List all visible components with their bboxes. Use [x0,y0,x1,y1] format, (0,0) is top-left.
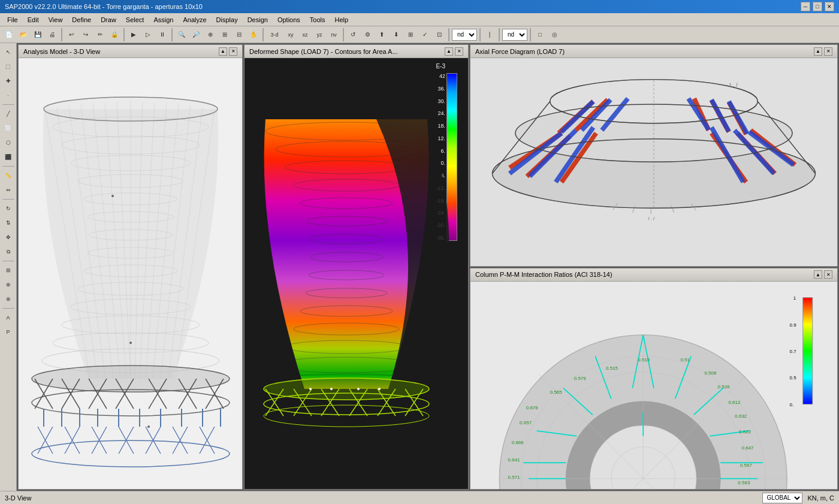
vp2-close[interactable]: ✕ [455,47,463,56]
tb-save[interactable]: 💾 [31,28,44,41]
tb-sep8 [499,28,500,41]
svg-point-32 [32,366,230,392]
tb-coord-dropdown[interactable]: nd [502,29,527,41]
lt-snap-edge[interactable]: ⊗ [2,292,15,306]
tb-run2[interactable]: ▷ [141,28,155,41]
svg-point-108 [357,388,360,390]
menu-view[interactable]: View [44,15,68,25]
lt-copy[interactable]: ⧉ [2,245,15,258]
tb-zoom-out[interactable]: 🔎 [189,28,203,41]
tb-sep7 [479,28,481,41]
tb-pause[interactable]: ⏸ [156,28,169,41]
tb-redo[interactable]: ↪ [79,28,92,41]
tb-zoom-sel[interactable]: ⊞ [218,28,231,41]
menu-display[interactable]: Display [212,15,243,25]
vp1-close[interactable]: ✕ [229,47,237,56]
lt-rotate[interactable]: ↻ [2,202,15,215]
lt-move[interactable]: ✥ [2,231,15,244]
vp4-close[interactable]: ✕ [824,270,832,279]
tb-line[interactable]: | [483,28,496,41]
tb-nv[interactable]: nv [327,28,340,41]
menu-tools[interactable]: Tools [305,15,330,25]
tb-yz[interactable]: yz [313,28,326,41]
tb-undo[interactable]: ↩ [65,28,78,41]
lt-select-pointer[interactable]: ↖ [2,46,15,59]
lt-draw-area[interactable]: ⬜ [2,122,15,135]
vp3-titlebar: Axial Force Diagram (LOAD 7) ▲ ✕ [470,45,837,58]
menu-draw[interactable]: Draw [96,15,121,25]
menu-design[interactable]: Design [243,15,273,25]
lt-dimension[interactable]: ⇔ [2,183,15,197]
lt-extrude[interactable]: ⬛ [2,150,15,164]
tb-check[interactable]: ✓ [418,28,431,41]
tb-new[interactable]: 📄 [2,28,16,41]
menu-help[interactable]: Help [330,15,354,25]
vp4-controls: ▲ ✕ [814,270,832,279]
tb-zoom-prev[interactable]: ⊟ [233,28,246,41]
vp4-maximize[interactable]: ▲ [814,270,822,279]
tb-mode-dropdown[interactable]: nd [452,29,477,41]
close-button[interactable]: ✕ [825,2,834,11]
tb-sep1 [61,28,62,41]
svg-text:/ . /: / . / [648,216,655,221]
menu-edit[interactable]: Edit [23,15,44,25]
titlebar: SAP2000 v22.2.0 Ultimate 64-bit - Torre … [0,0,839,13]
lt-intersect[interactable]: ✚ [2,74,15,87]
tb-pencil[interactable]: ✏ [93,28,107,41]
tb-open[interactable]: 📂 [17,28,30,41]
menu-select[interactable]: Select [121,15,149,25]
tb-xz[interactable]: xz [298,28,312,41]
tb-down[interactable]: ⬇ [390,28,403,41]
tb-xy[interactable]: xy [284,28,297,41]
svg-text:0.622: 0.622 [739,429,752,434]
vp1-maximize[interactable]: ▲ [219,47,227,56]
tb-sep9 [530,28,531,41]
lt-draw-line[interactable]: ╱ [2,107,15,120]
maximize-button[interactable]: □ [813,2,822,11]
menu-options[interactable]: Options [273,15,305,25]
tb-3d[interactable]: 3-d [266,28,283,41]
tb-undo2[interactable]: ↺ [346,28,360,41]
vp1-svg [20,58,242,489]
menu-analyze[interactable]: Analyze [178,15,211,25]
lt-measure[interactable]: 📏 [2,169,15,182]
vp2-maximize[interactable]: ▲ [445,47,453,56]
tb-gear[interactable]: ⚙ [361,28,374,41]
tb-zoom-in[interactable]: 🔍 [175,28,188,41]
lt-snap-node[interactable]: ⊕ [2,278,15,291]
tb-square[interactable]: □ [533,28,547,41]
tb-print[interactable]: 🖨 [46,28,59,41]
vp2-controls: ▲ ✕ [445,47,463,56]
menu-file[interactable]: File [2,15,23,25]
tb-run[interactable]: ▶ [127,28,140,41]
coord-system-dropdown[interactable]: GLOBAL [762,493,802,503]
tb-lock[interactable]: 🔒 [108,28,121,41]
svg-text:0.515: 0.515 [606,365,618,370]
lt-mirror[interactable]: ⇅ [2,216,15,230]
tb-grid[interactable]: ⊞ [404,28,417,41]
menu-assign[interactable]: Assign [149,15,178,25]
menu-define[interactable]: Define [67,15,96,25]
vp3-close[interactable]: ✕ [824,47,832,56]
vp4-content: 0.515 0.515 0.579 0.565 0.678 0.657 0.66… [470,282,837,490]
tb-zoom-all[interactable]: ⊕ [204,28,217,41]
toolbar: 📄 📂 💾 🖨 ↩ ↪ ✏ 🔒 ▶ ▷ ⏸ 🔍 🔎 ⊕ ⊞ ⊟ ✋ 3-d xy… [0,26,839,43]
tb-up[interactable]: ⬆ [375,28,388,41]
lt-sep2 [2,166,14,167]
lt-rubber-band[interactable]: ⬚ [2,60,15,73]
lt-draw-poly[interactable]: ⬡ [2,136,15,149]
lt-snap-grid[interactable]: ⊞ [2,264,15,277]
lt-sep4 [2,261,14,261]
svg-text:0.666: 0.666 [512,439,524,445]
lt-assign[interactable]: A [2,311,15,324]
tb-target[interactable]: ◎ [548,28,561,41]
minimize-button[interactable]: ─ [801,2,810,11]
vp2-titlebar: Deformed Shape (LOAD 7) - Contours for A… [245,45,468,58]
lt-ps[interactable]: P [2,325,15,339]
tb-pan[interactable]: ✋ [247,28,260,41]
svg-point-73 [111,195,114,197]
vp3-maximize[interactable]: ▲ [814,47,822,56]
lt-node[interactable]: · [2,89,15,102]
tb-settings[interactable]: ⊡ [433,28,446,41]
app-title: SAP2000 v22.2.0 Ultimate 64-bit - Torre … [5,3,203,10]
